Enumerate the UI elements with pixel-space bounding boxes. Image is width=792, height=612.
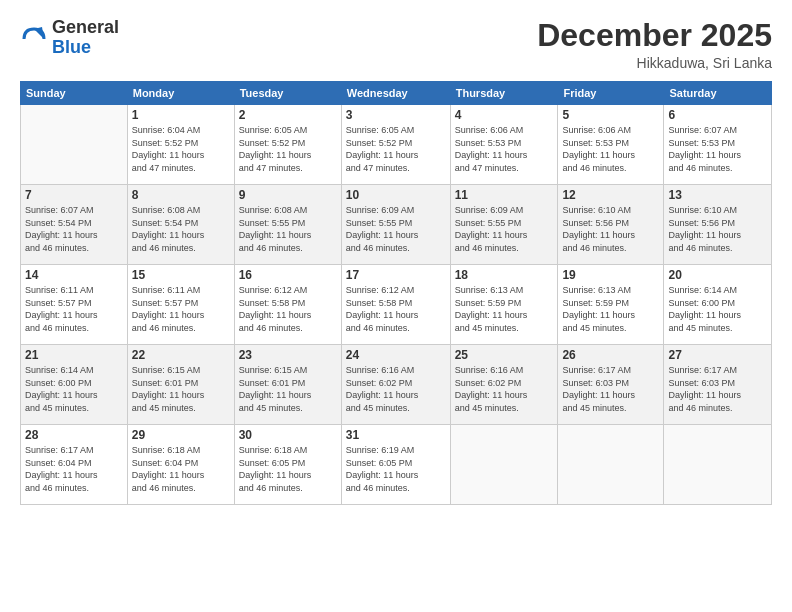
calendar-day-cell: 2Sunrise: 6:05 AM Sunset: 5:52 PM Daylig… xyxy=(234,105,341,185)
calendar-day-cell: 23Sunrise: 6:15 AM Sunset: 6:01 PM Dayli… xyxy=(234,345,341,425)
calendar-day-cell: 27Sunrise: 6:17 AM Sunset: 6:03 PM Dayli… xyxy=(664,345,772,425)
day-info: Sunrise: 6:05 AM Sunset: 5:52 PM Dayligh… xyxy=(346,124,446,174)
day-number: 22 xyxy=(132,348,230,362)
day-info: Sunrise: 6:15 AM Sunset: 6:01 PM Dayligh… xyxy=(239,364,337,414)
day-info: Sunrise: 6:13 AM Sunset: 5:59 PM Dayligh… xyxy=(455,284,554,334)
day-number: 28 xyxy=(25,428,123,442)
day-info: Sunrise: 6:10 AM Sunset: 5:56 PM Dayligh… xyxy=(668,204,767,254)
day-number: 24 xyxy=(346,348,446,362)
day-info: Sunrise: 6:09 AM Sunset: 5:55 PM Dayligh… xyxy=(346,204,446,254)
day-info: Sunrise: 6:11 AM Sunset: 5:57 PM Dayligh… xyxy=(25,284,123,334)
day-info: Sunrise: 6:16 AM Sunset: 6:02 PM Dayligh… xyxy=(455,364,554,414)
calendar-day-cell xyxy=(558,425,664,505)
logo-general: General xyxy=(52,18,119,38)
day-number: 8 xyxy=(132,188,230,202)
weekday-header: Tuesday xyxy=(234,82,341,105)
day-number: 4 xyxy=(455,108,554,122)
day-info: Sunrise: 6:04 AM Sunset: 5:52 PM Dayligh… xyxy=(132,124,230,174)
weekday-header: Monday xyxy=(127,82,234,105)
calendar-day-cell: 26Sunrise: 6:17 AM Sunset: 6:03 PM Dayli… xyxy=(558,345,664,425)
day-info: Sunrise: 6:06 AM Sunset: 5:53 PM Dayligh… xyxy=(562,124,659,174)
calendar-day-cell: 3Sunrise: 6:05 AM Sunset: 5:52 PM Daylig… xyxy=(341,105,450,185)
day-number: 3 xyxy=(346,108,446,122)
day-number: 16 xyxy=(239,268,337,282)
day-number: 6 xyxy=(668,108,767,122)
calendar-day-cell: 4Sunrise: 6:06 AM Sunset: 5:53 PM Daylig… xyxy=(450,105,558,185)
calendar-day-cell: 22Sunrise: 6:15 AM Sunset: 6:01 PM Dayli… xyxy=(127,345,234,425)
calendar-day-cell: 15Sunrise: 6:11 AM Sunset: 5:57 PM Dayli… xyxy=(127,265,234,345)
day-number: 12 xyxy=(562,188,659,202)
day-number: 1 xyxy=(132,108,230,122)
day-info: Sunrise: 6:17 AM Sunset: 6:04 PM Dayligh… xyxy=(25,444,123,494)
calendar-day-cell: 6Sunrise: 6:07 AM Sunset: 5:53 PM Daylig… xyxy=(664,105,772,185)
day-number: 29 xyxy=(132,428,230,442)
day-number: 26 xyxy=(562,348,659,362)
day-info: Sunrise: 6:09 AM Sunset: 5:55 PM Dayligh… xyxy=(455,204,554,254)
day-number: 7 xyxy=(25,188,123,202)
day-number: 2 xyxy=(239,108,337,122)
day-number: 9 xyxy=(239,188,337,202)
day-info: Sunrise: 6:16 AM Sunset: 6:02 PM Dayligh… xyxy=(346,364,446,414)
day-number: 31 xyxy=(346,428,446,442)
day-info: Sunrise: 6:12 AM Sunset: 5:58 PM Dayligh… xyxy=(239,284,337,334)
day-number: 15 xyxy=(132,268,230,282)
day-info: Sunrise: 6:12 AM Sunset: 5:58 PM Dayligh… xyxy=(346,284,446,334)
day-number: 13 xyxy=(668,188,767,202)
calendar-day-cell: 28Sunrise: 6:17 AM Sunset: 6:04 PM Dayli… xyxy=(21,425,128,505)
calendar-day-cell: 18Sunrise: 6:13 AM Sunset: 5:59 PM Dayli… xyxy=(450,265,558,345)
day-info: Sunrise: 6:11 AM Sunset: 5:57 PM Dayligh… xyxy=(132,284,230,334)
day-info: Sunrise: 6:17 AM Sunset: 6:03 PM Dayligh… xyxy=(562,364,659,414)
day-number: 20 xyxy=(668,268,767,282)
calendar-day-cell: 9Sunrise: 6:08 AM Sunset: 5:55 PM Daylig… xyxy=(234,185,341,265)
calendar-week-row: 21Sunrise: 6:14 AM Sunset: 6:00 PM Dayli… xyxy=(21,345,772,425)
day-number: 17 xyxy=(346,268,446,282)
calendar-day-cell: 12Sunrise: 6:10 AM Sunset: 5:56 PM Dayli… xyxy=(558,185,664,265)
calendar-day-cell: 13Sunrise: 6:10 AM Sunset: 5:56 PM Dayli… xyxy=(664,185,772,265)
day-number: 25 xyxy=(455,348,554,362)
location: Hikkaduwa, Sri Lanka xyxy=(537,55,772,71)
day-info: Sunrise: 6:06 AM Sunset: 5:53 PM Dayligh… xyxy=(455,124,554,174)
calendar-day-cell xyxy=(664,425,772,505)
calendar-header-row: SundayMondayTuesdayWednesdayThursdayFrid… xyxy=(21,82,772,105)
day-info: Sunrise: 6:14 AM Sunset: 6:00 PM Dayligh… xyxy=(668,284,767,334)
day-info: Sunrise: 6:05 AM Sunset: 5:52 PM Dayligh… xyxy=(239,124,337,174)
day-info: Sunrise: 6:07 AM Sunset: 5:53 PM Dayligh… xyxy=(668,124,767,174)
day-info: Sunrise: 6:18 AM Sunset: 6:04 PM Dayligh… xyxy=(132,444,230,494)
calendar-day-cell: 30Sunrise: 6:18 AM Sunset: 6:05 PM Dayli… xyxy=(234,425,341,505)
day-info: Sunrise: 6:07 AM Sunset: 5:54 PM Dayligh… xyxy=(25,204,123,254)
day-info: Sunrise: 6:10 AM Sunset: 5:56 PM Dayligh… xyxy=(562,204,659,254)
day-number: 18 xyxy=(455,268,554,282)
day-number: 27 xyxy=(668,348,767,362)
day-info: Sunrise: 6:19 AM Sunset: 6:05 PM Dayligh… xyxy=(346,444,446,494)
calendar-day-cell xyxy=(21,105,128,185)
calendar-week-row: 28Sunrise: 6:17 AM Sunset: 6:04 PM Dayli… xyxy=(21,425,772,505)
calendar-day-cell: 11Sunrise: 6:09 AM Sunset: 5:55 PM Dayli… xyxy=(450,185,558,265)
weekday-header: Saturday xyxy=(664,82,772,105)
weekday-header: Sunday xyxy=(21,82,128,105)
day-number: 19 xyxy=(562,268,659,282)
header: General Blue December 2025 Hikkaduwa, Sr… xyxy=(20,18,772,71)
calendar-day-cell: 20Sunrise: 6:14 AM Sunset: 6:00 PM Dayli… xyxy=(664,265,772,345)
day-number: 21 xyxy=(25,348,123,362)
calendar-day-cell: 25Sunrise: 6:16 AM Sunset: 6:02 PM Dayli… xyxy=(450,345,558,425)
calendar-day-cell: 17Sunrise: 6:12 AM Sunset: 5:58 PM Dayli… xyxy=(341,265,450,345)
calendar-day-cell: 21Sunrise: 6:14 AM Sunset: 6:00 PM Dayli… xyxy=(21,345,128,425)
day-info: Sunrise: 6:08 AM Sunset: 5:54 PM Dayligh… xyxy=(132,204,230,254)
calendar-day-cell: 1Sunrise: 6:04 AM Sunset: 5:52 PM Daylig… xyxy=(127,105,234,185)
calendar-day-cell: 8Sunrise: 6:08 AM Sunset: 5:54 PM Daylig… xyxy=(127,185,234,265)
calendar-day-cell: 7Sunrise: 6:07 AM Sunset: 5:54 PM Daylig… xyxy=(21,185,128,265)
day-number: 30 xyxy=(239,428,337,442)
weekday-header: Wednesday xyxy=(341,82,450,105)
day-number: 5 xyxy=(562,108,659,122)
calendar-day-cell xyxy=(450,425,558,505)
calendar-week-row: 14Sunrise: 6:11 AM Sunset: 5:57 PM Dayli… xyxy=(21,265,772,345)
page: General Blue December 2025 Hikkaduwa, Sr… xyxy=(0,0,792,612)
calendar-day-cell: 10Sunrise: 6:09 AM Sunset: 5:55 PM Dayli… xyxy=(341,185,450,265)
logo: General Blue xyxy=(20,18,119,58)
day-number: 11 xyxy=(455,188,554,202)
day-info: Sunrise: 6:08 AM Sunset: 5:55 PM Dayligh… xyxy=(239,204,337,254)
logo-icon xyxy=(20,25,48,53)
calendar-week-row: 7Sunrise: 6:07 AM Sunset: 5:54 PM Daylig… xyxy=(21,185,772,265)
calendar-day-cell: 14Sunrise: 6:11 AM Sunset: 5:57 PM Dayli… xyxy=(21,265,128,345)
title-block: December 2025 Hikkaduwa, Sri Lanka xyxy=(537,18,772,71)
